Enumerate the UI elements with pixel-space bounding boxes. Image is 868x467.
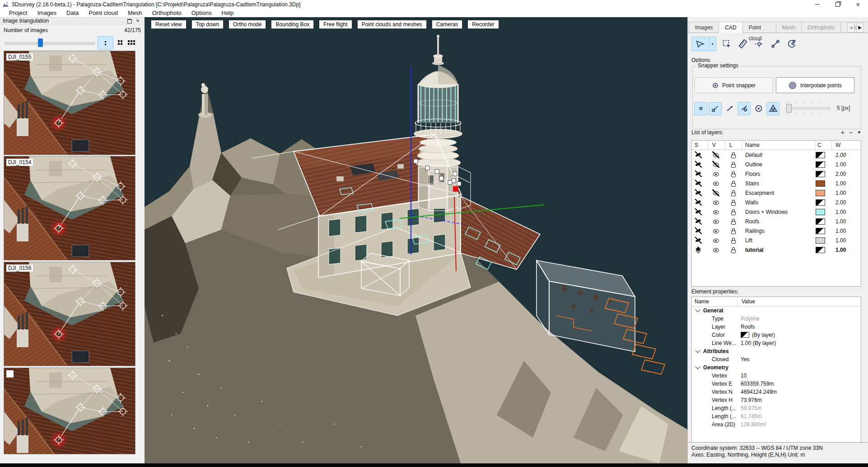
layer-snap-toggle[interactable] (692, 170, 708, 177)
layer-weight[interactable]: 1.00 (832, 209, 860, 215)
layer-color-swatch[interactable] (816, 152, 832, 158)
property-group-row[interactable]: General (692, 307, 861, 315)
select-tool-button[interactable] (691, 37, 709, 51)
layer-color-swatch[interactable] (816, 161, 832, 168)
layer-color-swatch[interactable] (816, 228, 832, 234)
layer-lock-toggle[interactable] (725, 208, 742, 215)
menu-project[interactable]: Project (4, 9, 32, 16)
tab-cad[interactable]: CAD (719, 22, 742, 33)
chevron-down-icon[interactable] (695, 364, 700, 369)
property-row[interactable]: Vertex E603359.759m (692, 380, 861, 388)
layer-lock-toggle[interactable] (725, 151, 742, 158)
layer-snap-toggle[interactable] (692, 151, 708, 158)
point-snapper-button[interactable]: Point snapper (695, 77, 773, 93)
layer-visibility-toggle[interactable] (708, 218, 725, 225)
property-row[interactable]: Vertex10 (692, 372, 861, 380)
property-row[interactable]: ClosedYes (692, 355, 861, 363)
layer-weight[interactable]: 1.00 (832, 180, 860, 187)
property-row[interactable]: Length (...59.975m (692, 404, 861, 412)
layer-name[interactable]: Roofs (742, 218, 816, 225)
layer-color-swatch[interactable] (816, 218, 832, 225)
menu-options[interactable]: Options (187, 9, 217, 16)
image-count-slider-track[interactable] (5, 42, 95, 45)
layer-row[interactable]: Walls 2.00 (692, 198, 861, 207)
layer-weight[interactable]: 1.00 (832, 161, 860, 168)
layer-snap-toggle[interactable] (692, 208, 708, 215)
remove-layer-button[interactable]: − (849, 129, 853, 136)
layer-weight[interactable]: 2.00 (832, 199, 860, 206)
layer-snap-toggle[interactable] (692, 218, 708, 225)
tab-scroll-right-icon[interactable]: ▶ (856, 23, 863, 33)
layer-lock-toggle[interactable] (725, 237, 742, 244)
menu-orthophoto[interactable]: Orthophoto (147, 9, 187, 16)
layer-color-swatch[interactable] (816, 247, 832, 253)
layer-visibility-toggle[interactable] (708, 199, 725, 206)
layer-row[interactable]: Floors 2.00 (692, 169, 861, 179)
layer-name[interactable]: Stairs (742, 180, 816, 187)
layer-visibility-toggle[interactable] (708, 170, 725, 177)
layer-snap-toggle[interactable] (692, 237, 708, 244)
layer-name[interactable]: Escarpment (742, 190, 816, 196)
layer-row[interactable]: Default 1.00 (692, 150, 861, 160)
close-button[interactable]: × (848, 0, 868, 9)
layer-weight[interactable]: 1.00 (832, 218, 860, 225)
property-group-row[interactable]: Geometry (692, 363, 861, 372)
layer-color-swatch[interactable] (816, 171, 832, 177)
intersection-snap-button[interactable] (723, 102, 736, 115)
layer-weight[interactable]: 1.00 (832, 152, 860, 158)
bounding-box-button[interactable]: Bounding Box (271, 20, 314, 29)
property-row-color[interactable]: Color(By layer) (692, 331, 861, 339)
chevron-down-icon[interactable] (695, 307, 700, 312)
layer-snap-toggle[interactable] (692, 161, 708, 168)
layer-snap-toggle[interactable] (692, 189, 708, 196)
menu-mesh[interactable]: Mesh (123, 9, 147, 16)
layer-visibility-toggle[interactable] (708, 161, 725, 168)
endpoint-snap-button[interactable] (709, 102, 722, 115)
layer-weight[interactable]: 2.00 (832, 171, 860, 177)
layer-weight[interactable]: 1.00 (832, 247, 860, 253)
layer-color-swatch[interactable] (816, 199, 832, 206)
restore-button[interactable] (827, 0, 848, 9)
measure-tool-button[interactable] (737, 38, 749, 50)
layer-visibility-toggle[interactable] (708, 180, 725, 187)
inside-snap-button[interactable] (766, 102, 779, 115)
image-count-slider-handle[interactable] (38, 38, 43, 47)
layer-row[interactable]: Stairs 1.00 (692, 179, 861, 188)
close-panel-button[interactable]: × (135, 19, 141, 24)
layer-row[interactable]: Roofs 1.00 (692, 217, 861, 226)
tab-scroll-left-icon[interactable]: ◀ (847, 23, 854, 33)
free-flight-button[interactable]: Free flight (319, 20, 352, 29)
layer-visibility-toggle[interactable] (708, 151, 725, 158)
property-row[interactable]: Area (2D)128.880m² (692, 420, 861, 429)
layer-name[interactable]: Doors + Windows (742, 209, 816, 215)
layer-name[interactable]: Railings (742, 228, 816, 234)
menu-help[interactable]: Help (217, 9, 239, 16)
layer-snap-toggle[interactable] (692, 227, 708, 234)
add-layer-button[interactable]: + (841, 129, 845, 136)
layer-row[interactable]: Railings 1.00 (692, 226, 861, 236)
layer-name[interactable]: Walls (742, 199, 816, 206)
point-clouds-meshes-button[interactable]: Point clouds and meshes (357, 20, 427, 29)
layer-visibility-toggle[interactable] (708, 227, 725, 234)
layer-lock-toggle[interactable] (725, 218, 742, 225)
snap-tolerance-slider[interactable] (786, 101, 830, 115)
layer-name[interactable]: Default (742, 152, 816, 158)
property-row[interactable]: Line We...1.00 (By layer) (692, 339, 861, 347)
top-down-button[interactable]: Top down (191, 20, 224, 29)
float-panel-button[interactable] (126, 19, 133, 24)
layer-color-swatch[interactable] (816, 190, 832, 196)
layer-visibility-toggle[interactable] (708, 246, 725, 253)
layer-row[interactable]: Outline 1.00 (692, 160, 861, 169)
tab-point-cloud[interactable]: Point cloud (742, 22, 776, 33)
layer-color-swatch[interactable] (816, 209, 832, 215)
layer-menu-dropdown[interactable]: ▼ (857, 129, 861, 136)
select-tool-dropdown[interactable]: ▼ (709, 37, 716, 51)
layer-visibility-toggle[interactable] (708, 237, 725, 244)
viewport-3d[interactable]: Reset view Top down Ortho mode Bounding … (145, 17, 687, 463)
layer-lock-toggle[interactable] (725, 189, 742, 196)
layer-lock-toggle[interactable] (725, 161, 742, 168)
chevron-down-icon[interactable] (695, 348, 700, 353)
minimize-button[interactable] (807, 0, 827, 9)
image-thumbnail[interactable]: DJI_0154 (4, 156, 135, 260)
point-snap-button[interactable] (694, 102, 707, 115)
